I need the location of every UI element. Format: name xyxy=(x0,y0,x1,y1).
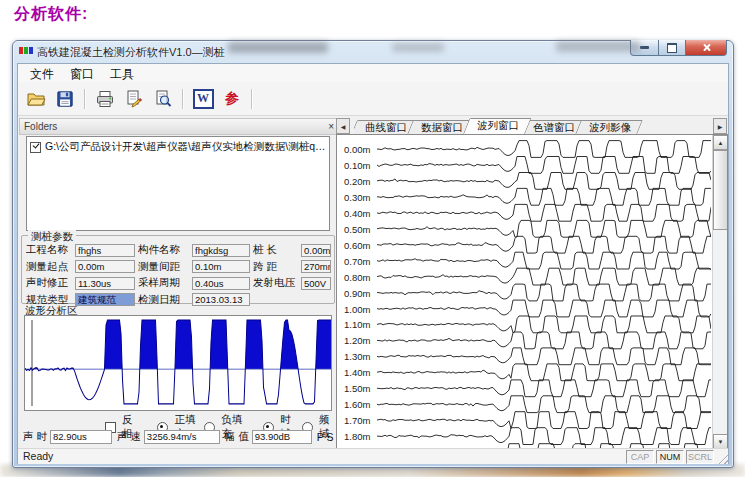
waveform-trace xyxy=(377,220,711,237)
app-icon xyxy=(19,47,33,55)
depth-label: 0.30m xyxy=(344,192,370,203)
save-button[interactable] xyxy=(52,87,78,111)
tab-4[interactable]: 波列影像 xyxy=(578,120,640,134)
param-value[interactable]: 270mm xyxy=(301,260,331,273)
folder-open-icon xyxy=(26,89,46,109)
depth-label: 0.50m xyxy=(344,224,370,235)
status-num: NUM xyxy=(656,450,684,464)
waveform-trace xyxy=(377,332,711,349)
waveform-analysis-plot[interactable] xyxy=(24,315,332,411)
param-label: 桩 长 xyxy=(253,243,298,257)
app-window: 高铁建混凝土检测分析软件V1.0—测桩 文件窗口工具 xyxy=(12,40,734,468)
scroll-down-button[interactable]: ▼ xyxy=(713,434,728,449)
maximize-button[interactable] xyxy=(659,40,685,56)
status-scrl: SCRL xyxy=(686,450,714,464)
tab-label: 波列影像 xyxy=(589,121,631,133)
tab-scroll-left-button[interactable]: ◀ xyxy=(336,118,350,134)
client-area: 文件窗口工具 xyxy=(17,63,729,464)
tree-item-label: G:\公司产品设计开发\超声仪器\超声仪实地检测数据\测桩qd\qd03\qd0… xyxy=(45,140,326,154)
pile-params-groupbox: 测桩参数 工程名称fhghs构件名称fhgkdsg桩 长0.00m测量起点0.0… xyxy=(21,235,335,304)
tab-label: 色谱窗口 xyxy=(533,121,575,133)
tab-label: 数据窗口 xyxy=(421,121,463,133)
waveform-trace xyxy=(377,252,711,269)
tab-scroll-right-button[interactable]: ▶ xyxy=(713,118,727,134)
param-value[interactable]: 0.40us xyxy=(192,277,250,290)
folders-panel-header: Folders × xyxy=(19,118,341,135)
folders-close-icon[interactable]: × xyxy=(326,122,336,132)
param-value[interactable]: 2013.03.13 xyxy=(192,293,250,306)
close-button[interactable] xyxy=(685,40,727,56)
param-label: 声时修正 xyxy=(26,276,72,290)
depth-label: 1.70m xyxy=(344,415,370,426)
menu-window[interactable]: 窗口 xyxy=(62,65,102,82)
param-value[interactable]: 0.00m xyxy=(75,260,135,273)
param-value[interactable]: 0.00m xyxy=(301,244,331,257)
scrollbar-thumb[interactable] xyxy=(713,150,728,230)
waveform-trace xyxy=(377,157,711,174)
tree-item[interactable]: G:\公司产品设计开发\超声仪器\超声仪实地检测数据\测桩qd\qd03\qd0… xyxy=(27,137,329,157)
page-title: 分析软件: xyxy=(14,4,88,25)
tab-label: 曲线窗口 xyxy=(365,121,407,133)
vertical-scrollbar[interactable]: ▲ ▼ xyxy=(712,135,727,449)
printer-icon xyxy=(95,89,115,109)
param-label: 跨 距 xyxy=(253,260,298,274)
param-value[interactable]: 0.10m xyxy=(192,260,250,273)
word-export-button[interactable]: W xyxy=(190,87,216,111)
menu-file[interactable]: 文件 xyxy=(22,65,62,82)
waveform-trace xyxy=(377,204,711,221)
tabs: 曲线窗口数据窗口波列窗口色谱窗口波列影像 xyxy=(354,118,713,134)
depth-label: 1.40m xyxy=(344,367,370,378)
menu-tools[interactable]: 工具 xyxy=(102,65,142,82)
open-button[interactable] xyxy=(23,87,49,111)
tab-2[interactable]: 波列窗口 xyxy=(466,118,528,134)
depth-label: 1.10m xyxy=(344,319,370,330)
waveform-positive-fill xyxy=(25,320,331,404)
readout-value[interactable]: 82.90us xyxy=(50,430,112,444)
depth-label: 0.40m xyxy=(344,208,370,219)
chevron-left-icon: ◀ xyxy=(341,123,346,130)
toolbar-separator xyxy=(84,89,86,109)
print-button[interactable] xyxy=(92,87,118,111)
readout-label: 声 速 xyxy=(117,430,141,444)
folders-title: Folders xyxy=(24,121,57,132)
status-cap: CAP xyxy=(626,450,654,464)
param-value[interactable]: fhgkdsg xyxy=(192,244,250,257)
param-label: 测量起点 xyxy=(26,260,72,274)
param-label: 工程名称 xyxy=(26,243,72,257)
maximize-icon xyxy=(667,43,677,53)
print-preview-button[interactable] xyxy=(150,87,176,111)
waveform-trace xyxy=(377,412,711,429)
window-title: 高铁建混凝土检测分析软件V1.0—测桩 xyxy=(37,45,225,60)
param-value[interactable]: fhghs xyxy=(75,244,135,257)
arrow-down-icon: ▼ xyxy=(718,439,724,445)
print-setup-button[interactable] xyxy=(121,87,147,111)
param-label: 采样周期 xyxy=(138,276,189,290)
toolbar: W 参 xyxy=(18,82,728,116)
waveform-trace xyxy=(377,268,711,285)
toolbar-separator xyxy=(251,89,253,109)
waveform-plot-canvas xyxy=(25,316,331,410)
depth-label: 1.80m xyxy=(344,431,370,442)
resize-grip[interactable] xyxy=(716,452,728,464)
param-value[interactable]: 11.30us xyxy=(75,277,135,290)
parameters-button[interactable]: 参 xyxy=(219,87,245,111)
param-value[interactable]: 500V xyxy=(301,277,331,290)
waveform-trace xyxy=(377,364,711,381)
param-label: 检测日期 xyxy=(138,293,189,307)
minimize-button[interactable] xyxy=(630,40,659,56)
wavetrain-panel[interactable]: ▲ ▼ 0.00m0.10m0.20m0.30m0.40m0.50m0.60m0… xyxy=(336,134,728,450)
scroll-up-button[interactable]: ▲ xyxy=(713,135,728,150)
depth-label: 1.60m xyxy=(344,399,370,410)
readout-value[interactable]: 93.90dB xyxy=(252,430,312,444)
waveform-trace xyxy=(377,380,711,397)
titlebar[interactable]: 高铁建混凝土检测分析软件V1.0—测桩 xyxy=(13,41,733,62)
param-value[interactable]: 建筑规范 xyxy=(75,293,135,306)
waveform-trace xyxy=(377,428,711,445)
waveform-trace xyxy=(377,173,711,190)
depth-label: 1.00m xyxy=(344,304,370,315)
depth-label: 0.10m xyxy=(344,160,370,171)
depth-label: 1.50m xyxy=(344,383,370,394)
checkbox-icon[interactable] xyxy=(30,142,41,153)
parameter-char-icon: 参 xyxy=(225,90,239,108)
readout-value[interactable]: 3256.94m/s xyxy=(144,430,220,444)
